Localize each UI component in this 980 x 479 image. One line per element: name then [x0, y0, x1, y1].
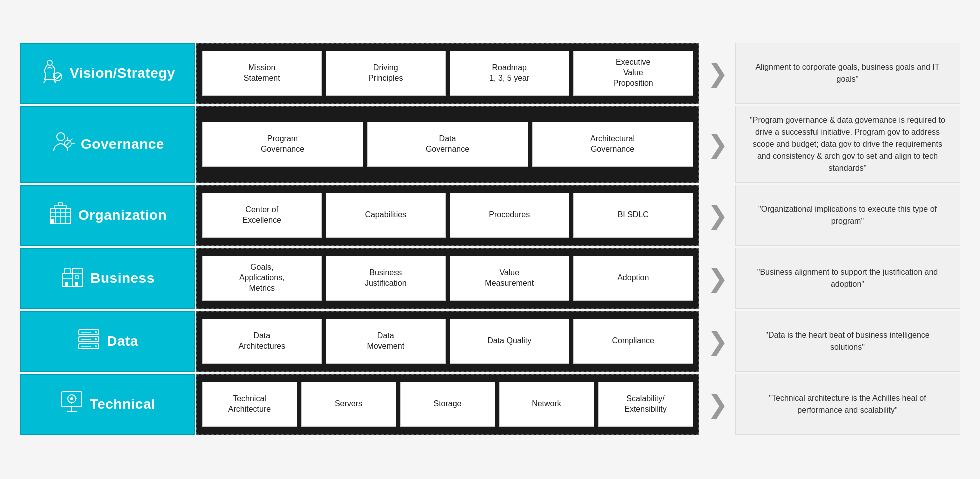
technical-item-2[interactable]: Storage	[400, 382, 495, 427]
vision-strategy-item-2[interactable]: Roadmap 1, 3, 5 year	[450, 51, 570, 96]
category-vision-strategy: Vision/Strategy	[20, 43, 195, 104]
vision-strategy-description-text: Alignment to corporate goals, business g…	[748, 61, 948, 85]
chevron-right-icon: ❯	[707, 329, 728, 354]
business-item-0[interactable]: Goals, Applications, Metrics	[202, 256, 322, 301]
chevron-right-icon: ❯	[707, 132, 728, 157]
business-description-text: "Business alignment to support the justi…	[748, 266, 948, 290]
data-label: Data	[107, 333, 138, 349]
data-description: "Data is the heart beat of business inte…	[735, 311, 960, 372]
organization-item-0[interactable]: Center of Excellence	[202, 193, 322, 238]
vision-strategy-description: Alignment to corporate goals, business g…	[735, 43, 960, 104]
category-organization: Organization	[20, 185, 195, 246]
business-arrow: ❯	[700, 248, 735, 309]
business-description: "Business alignment to support the justi…	[735, 248, 960, 309]
organization-arrow: ❯	[700, 185, 735, 246]
data-item-0[interactable]: Data Architectures	[202, 319, 322, 364]
chevron-right-icon: ❯	[707, 392, 728, 417]
svg-point-16	[95, 345, 97, 347]
governance-label: Governance	[81, 136, 164, 152]
data-item-1[interactable]: Data Movement	[326, 319, 446, 364]
vision-strategy-items-area: Mission StatementDriving PrinciplesRoadm…	[196, 43, 699, 104]
row-vision-strategy: Vision/StrategyMission StatementDriving …	[20, 43, 960, 104]
vision-strategy-item-1[interactable]: Driving Principles	[326, 51, 446, 96]
technical-item-1[interactable]: Servers	[301, 382, 396, 427]
row-technical: TechnicalTechnical ArchitectureServersSt…	[20, 374, 960, 435]
technical-icon	[60, 390, 84, 419]
technical-label: Technical	[90, 396, 156, 412]
vision-strategy-icon	[40, 59, 64, 88]
category-data: Data	[20, 311, 195, 372]
data-description-text: "Data is the heart beat of business inte…	[748, 329, 948, 353]
row-organization: OrganizationCenter of ExcellenceCapabili…	[20, 185, 960, 246]
svg-point-15	[95, 338, 97, 340]
governance-icon	[51, 130, 75, 159]
technical-description-text: "Technical architecture is the Achilles …	[748, 392, 948, 416]
row-data: DataData ArchitecturesData MovementData …	[20, 311, 960, 372]
chevron-right-icon: ❯	[707, 61, 728, 86]
chevron-right-icon: ❯	[707, 266, 728, 291]
row-business: BusinessGoals, Applications, MetricsBusi…	[20, 248, 960, 309]
technical-description: "Technical architecture is the Achilles …	[735, 374, 960, 435]
svg-rect-5	[51, 219, 54, 224]
technical-item-3[interactable]: Network	[499, 382, 594, 427]
data-arrow: ❯	[700, 311, 735, 372]
technical-item-0[interactable]: Technical Architecture	[202, 382, 297, 427]
category-business: Business	[20, 248, 195, 309]
organization-item-2[interactable]: Procedures	[450, 193, 570, 238]
governance-description: "Program governance & data governance is…	[735, 106, 960, 183]
data-items-area: Data ArchitecturesData MovementData Qual…	[196, 311, 699, 372]
svg-point-0	[47, 60, 52, 65]
data-item-3[interactable]: Compliance	[573, 319, 693, 364]
business-icon	[60, 264, 84, 293]
svg-point-14	[95, 331, 97, 333]
vision-strategy-label: Vision/Strategy	[70, 65, 175, 81]
organization-label: Organization	[78, 207, 167, 223]
governance-description-text: "Program governance & data governance is…	[748, 114, 948, 174]
organization-items-area: Center of ExcellenceCapabilitiesProcedur…	[196, 185, 699, 246]
vision-strategy-item-0[interactable]: Mission Statement	[202, 51, 322, 96]
category-technical: Technical	[20, 374, 195, 435]
technical-item-4[interactable]: Scalability/ Extensibility	[598, 382, 693, 427]
technical-arrow: ❯	[700, 374, 735, 435]
framework-diagram: Vision/StrategyMission StatementDriving …	[10, 38, 970, 442]
vision-strategy-item-3[interactable]: Executive Value Proposition	[573, 51, 693, 96]
business-label: Business	[90, 270, 155, 286]
governance-item-0[interactable]: Program Governance	[202, 122, 363, 167]
governance-arrow: ❯	[700, 106, 735, 183]
vision-strategy-arrow: ❯	[700, 43, 735, 104]
category-governance: Governance	[20, 106, 195, 183]
organization-item-1[interactable]: Capabilities	[326, 193, 446, 238]
organization-description-text: "Organizational implications to execute …	[748, 203, 948, 227]
governance-item-2[interactable]: Architectural Governance	[532, 122, 693, 167]
data-item-2[interactable]: Data Quality	[450, 319, 570, 364]
svg-point-19	[70, 397, 73, 400]
organization-icon	[48, 201, 72, 230]
svg-rect-8	[65, 282, 68, 287]
svg-rect-9	[75, 282, 78, 287]
chevron-right-icon: ❯	[707, 203, 728, 228]
governance-item-1[interactable]: Data Governance	[367, 122, 528, 167]
svg-rect-10	[75, 276, 78, 279]
business-item-1[interactable]: Business Justification	[326, 256, 446, 301]
technical-items-area: Technical ArchitectureServersStorageNetw…	[196, 374, 699, 435]
business-item-2[interactable]: Value Measurement	[450, 256, 570, 301]
business-items-area: Goals, Applications, MetricsBusiness Jus…	[196, 248, 699, 309]
business-item-3[interactable]: Adoption	[573, 256, 693, 301]
organization-description: "Organizational implications to execute …	[735, 185, 960, 246]
row-governance: GovernanceProgram GovernanceData Governa…	[20, 106, 960, 183]
data-icon	[77, 327, 101, 356]
svg-point-2	[57, 133, 65, 141]
governance-items-area: Program GovernanceData GovernanceArchite…	[196, 106, 699, 183]
organization-item-3[interactable]: BI SDLC	[573, 193, 693, 238]
